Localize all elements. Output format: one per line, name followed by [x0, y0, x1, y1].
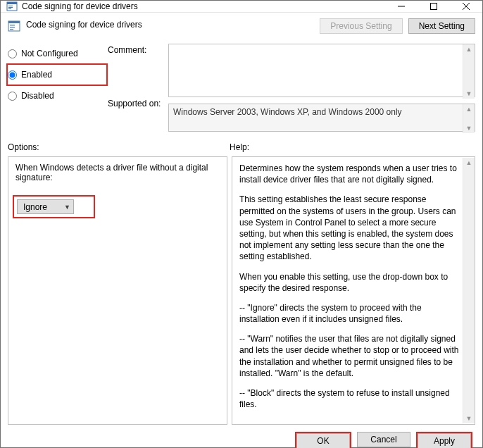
options-panel: When Windows detects a driver file witho… — [8, 156, 227, 425]
dialog-window: Code signing for device drivers Code sig… — [0, 0, 483, 448]
policy-icon — [8, 20, 20, 32]
window-title: Code signing for device drivers — [22, 1, 385, 11]
svg-rect-10 — [8, 21, 20, 23]
help-paragraph: This setting establishes the least secur… — [239, 194, 459, 262]
radio-not-configured-input[interactable] — [8, 49, 17, 58]
scroll-down-icon: ▼ — [466, 89, 472, 99]
response-dropdown-value: Ignore — [23, 202, 47, 212]
radio-enabled-input[interactable] — [8, 70, 17, 80]
help-paragraph: -- "Block" directs the system to refuse … — [239, 387, 459, 410]
state-radio-group: Not Configured Enabled Disabled — [8, 44, 108, 134]
comment-label: Comment: — [108, 45, 168, 99]
maximize-button[interactable] — [418, 1, 450, 12]
help-paragraph: -- "Ignore" directs the system to procee… — [239, 302, 459, 325]
help-heading: Help: — [230, 142, 249, 152]
apply-button[interactable]: Apply — [418, 433, 471, 448]
help-paragraph: When you enable this setting, use the dr… — [239, 271, 459, 294]
supported-scrollbar[interactable]: ▲▼ — [463, 104, 475, 133]
scroll-up-icon: ▲ — [466, 158, 472, 168]
chevron-down-icon: ▼ — [64, 204, 70, 211]
response-dropdown[interactable]: Ignore ▼ — [17, 199, 74, 214]
titlebar: Code signing for device drivers — [1, 1, 482, 13]
scroll-up-icon: ▲ — [466, 44, 472, 54]
svg-rect-1 — [7, 2, 17, 4]
supported-on-textarea — [168, 104, 475, 132]
options-prompt: When Windows detects a driver file witho… — [15, 163, 220, 182]
ok-button[interactable]: OK — [296, 433, 350, 448]
close-button[interactable] — [450, 1, 482, 12]
help-paragraph: Determines how the system responds when … — [239, 163, 459, 185]
app-icon — [6, 1, 18, 12]
help-panel: Determines how the system responds when … — [232, 156, 475, 425]
options-heading: Options: — [8, 142, 230, 152]
scroll-down-icon: ▼ — [466, 413, 472, 423]
radio-not-configured[interactable]: Not Configured — [8, 44, 108, 63]
comment-textarea[interactable] — [168, 44, 475, 97]
radio-not-configured-label: Not Configured — [21, 49, 78, 58]
svg-rect-13 — [10, 29, 13, 30]
svg-rect-3 — [8, 7, 13, 8]
previous-setting-button: Previous Setting — [320, 18, 402, 34]
svg-rect-4 — [8, 8, 11, 9]
help-scrollbar[interactable]: ▲▼ — [463, 158, 475, 423]
comment-scrollbar[interactable]: ▲▼ — [463, 44, 475, 99]
scroll-up-icon: ▲ — [466, 104, 472, 114]
radio-enabled-label: Enabled — [21, 70, 52, 80]
svg-rect-12 — [10, 27, 15, 28]
help-paragraph: -- "Warn" notifies the user that files a… — [239, 333, 459, 379]
radio-enabled[interactable]: Enabled — [8, 65, 91, 85]
svg-rect-2 — [8, 6, 13, 6]
svg-rect-6 — [431, 4, 437, 10]
next-setting-button[interactable]: Next Setting — [408, 18, 475, 34]
policy-title: Code signing for device drivers — [26, 18, 320, 30]
cancel-button[interactable]: Cancel — [357, 432, 410, 447]
scroll-down-icon: ▼ — [466, 123, 472, 133]
supported-on-label: Supported on: — [108, 99, 168, 108]
svg-rect-11 — [10, 25, 15, 26]
minimize-button[interactable] — [385, 1, 418, 12]
radio-disabled[interactable]: Disabled — [8, 86, 108, 106]
radio-disabled-input[interactable] — [8, 92, 17, 101]
radio-disabled-label: Disabled — [21, 91, 54, 101]
